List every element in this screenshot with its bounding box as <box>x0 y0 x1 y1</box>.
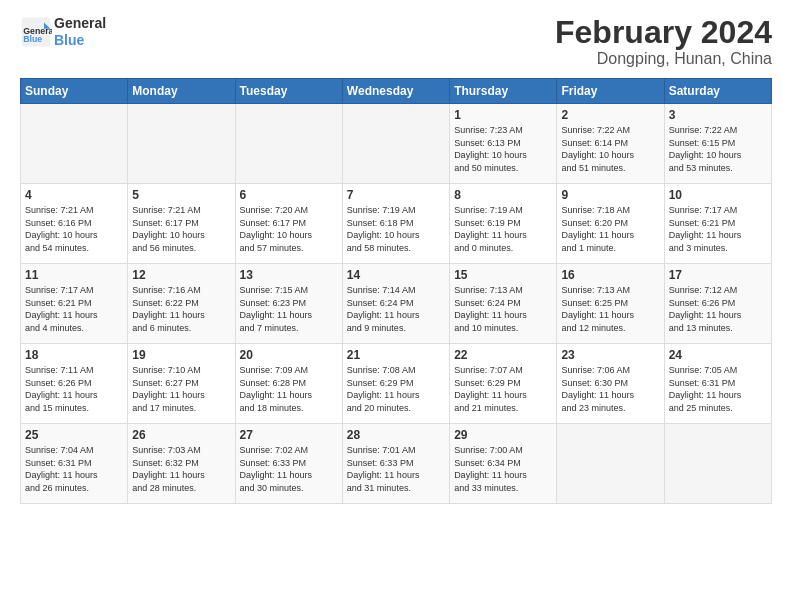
calendar-cell <box>342 104 449 184</box>
calendar-cell: 8Sunrise: 7:19 AMSunset: 6:19 PMDaylight… <box>450 184 557 264</box>
day-info: Sunrise: 7:23 AMSunset: 6:13 PMDaylight:… <box>454 124 552 174</box>
day-info: Sunrise: 7:17 AMSunset: 6:21 PMDaylight:… <box>25 284 123 334</box>
calendar-week-row: 1Sunrise: 7:23 AMSunset: 6:13 PMDaylight… <box>21 104 772 184</box>
calendar-cell: 1Sunrise: 7:23 AMSunset: 6:13 PMDaylight… <box>450 104 557 184</box>
day-info: Sunrise: 7:06 AMSunset: 6:30 PMDaylight:… <box>561 364 659 414</box>
day-number: 18 <box>25 348 123 362</box>
calendar-cell: 27Sunrise: 7:02 AMSunset: 6:33 PMDayligh… <box>235 424 342 504</box>
day-number: 24 <box>669 348 767 362</box>
day-info: Sunrise: 7:04 AMSunset: 6:31 PMDaylight:… <box>25 444 123 494</box>
day-number: 13 <box>240 268 338 282</box>
day-info: Sunrise: 7:17 AMSunset: 6:21 PMDaylight:… <box>669 204 767 254</box>
day-number: 2 <box>561 108 659 122</box>
calendar-cell: 14Sunrise: 7:14 AMSunset: 6:24 PMDayligh… <box>342 264 449 344</box>
day-number: 10 <box>669 188 767 202</box>
day-number: 6 <box>240 188 338 202</box>
calendar-cell: 20Sunrise: 7:09 AMSunset: 6:28 PMDayligh… <box>235 344 342 424</box>
day-number: 23 <box>561 348 659 362</box>
day-info: Sunrise: 7:19 AMSunset: 6:18 PMDaylight:… <box>347 204 445 254</box>
calendar-cell <box>128 104 235 184</box>
calendar-cell <box>235 104 342 184</box>
logo-blue: Blue <box>54 32 84 48</box>
day-number: 19 <box>132 348 230 362</box>
day-number: 12 <box>132 268 230 282</box>
day-info: Sunrise: 7:20 AMSunset: 6:17 PMDaylight:… <box>240 204 338 254</box>
calendar-cell: 24Sunrise: 7:05 AMSunset: 6:31 PMDayligh… <box>664 344 771 424</box>
calendar-cell: 7Sunrise: 7:19 AMSunset: 6:18 PMDaylight… <box>342 184 449 264</box>
day-info: Sunrise: 7:12 AMSunset: 6:26 PMDaylight:… <box>669 284 767 334</box>
page-container: General Blue General Blue February 2024 … <box>0 0 792 514</box>
calendar-cell: 19Sunrise: 7:10 AMSunset: 6:27 PMDayligh… <box>128 344 235 424</box>
day-info: Sunrise: 7:13 AMSunset: 6:24 PMDaylight:… <box>454 284 552 334</box>
calendar-cell: 6Sunrise: 7:20 AMSunset: 6:17 PMDaylight… <box>235 184 342 264</box>
day-info: Sunrise: 7:13 AMSunset: 6:25 PMDaylight:… <box>561 284 659 334</box>
calendar-cell: 10Sunrise: 7:17 AMSunset: 6:21 PMDayligh… <box>664 184 771 264</box>
day-info: Sunrise: 7:00 AMSunset: 6:34 PMDaylight:… <box>454 444 552 494</box>
header-saturday: Saturday <box>664 79 771 104</box>
day-info: Sunrise: 7:09 AMSunset: 6:28 PMDaylight:… <box>240 364 338 414</box>
day-info: Sunrise: 7:18 AMSunset: 6:20 PMDaylight:… <box>561 204 659 254</box>
calendar-cell: 4Sunrise: 7:21 AMSunset: 6:16 PMDaylight… <box>21 184 128 264</box>
month-year: February 2024 <box>555 15 772 50</box>
calendar-cell <box>664 424 771 504</box>
header-monday: Monday <box>128 79 235 104</box>
day-info: Sunrise: 7:14 AMSunset: 6:24 PMDaylight:… <box>347 284 445 334</box>
calendar-week-row: 11Sunrise: 7:17 AMSunset: 6:21 PMDayligh… <box>21 264 772 344</box>
logo: General Blue General Blue <box>20 15 106 49</box>
day-number: 1 <box>454 108 552 122</box>
calendar-week-row: 4Sunrise: 7:21 AMSunset: 6:16 PMDaylight… <box>21 184 772 264</box>
calendar-week-row: 25Sunrise: 7:04 AMSunset: 6:31 PMDayligh… <box>21 424 772 504</box>
header-sunday: Sunday <box>21 79 128 104</box>
day-info: Sunrise: 7:10 AMSunset: 6:27 PMDaylight:… <box>132 364 230 414</box>
day-number: 8 <box>454 188 552 202</box>
day-info: Sunrise: 7:19 AMSunset: 6:19 PMDaylight:… <box>454 204 552 254</box>
day-info: Sunrise: 7:22 AMSunset: 6:14 PMDaylight:… <box>561 124 659 174</box>
calendar-week-row: 18Sunrise: 7:11 AMSunset: 6:26 PMDayligh… <box>21 344 772 424</box>
day-number: 27 <box>240 428 338 442</box>
header-tuesday: Tuesday <box>235 79 342 104</box>
calendar-cell <box>21 104 128 184</box>
calendar-cell <box>557 424 664 504</box>
calendar-cell: 18Sunrise: 7:11 AMSunset: 6:26 PMDayligh… <box>21 344 128 424</box>
day-info: Sunrise: 7:05 AMSunset: 6:31 PMDaylight:… <box>669 364 767 414</box>
header-friday: Friday <box>557 79 664 104</box>
day-number: 16 <box>561 268 659 282</box>
day-info: Sunrise: 7:01 AMSunset: 6:33 PMDaylight:… <box>347 444 445 494</box>
day-number: 5 <box>132 188 230 202</box>
day-info: Sunrise: 7:08 AMSunset: 6:29 PMDaylight:… <box>347 364 445 414</box>
title-block: February 2024 Dongping, Hunan, China <box>555 15 772 68</box>
calendar-cell: 21Sunrise: 7:08 AMSunset: 6:29 PMDayligh… <box>342 344 449 424</box>
calendar-cell: 13Sunrise: 7:15 AMSunset: 6:23 PMDayligh… <box>235 264 342 344</box>
calendar-cell: 12Sunrise: 7:16 AMSunset: 6:22 PMDayligh… <box>128 264 235 344</box>
day-info: Sunrise: 7:16 AMSunset: 6:22 PMDaylight:… <box>132 284 230 334</box>
calendar-cell: 15Sunrise: 7:13 AMSunset: 6:24 PMDayligh… <box>450 264 557 344</box>
header-wednesday: Wednesday <box>342 79 449 104</box>
day-number: 17 <box>669 268 767 282</box>
day-number: 28 <box>347 428 445 442</box>
day-number: 22 <box>454 348 552 362</box>
calendar-cell: 2Sunrise: 7:22 AMSunset: 6:14 PMDaylight… <box>557 104 664 184</box>
day-number: 9 <box>561 188 659 202</box>
calendar-cell: 26Sunrise: 7:03 AMSunset: 6:32 PMDayligh… <box>128 424 235 504</box>
day-number: 14 <box>347 268 445 282</box>
calendar-cell: 28Sunrise: 7:01 AMSunset: 6:33 PMDayligh… <box>342 424 449 504</box>
day-info: Sunrise: 7:07 AMSunset: 6:29 PMDaylight:… <box>454 364 552 414</box>
calendar-cell: 5Sunrise: 7:21 AMSunset: 6:17 PMDaylight… <box>128 184 235 264</box>
calendar-cell: 22Sunrise: 7:07 AMSunset: 6:29 PMDayligh… <box>450 344 557 424</box>
day-number: 11 <box>25 268 123 282</box>
calendar-header-row: Sunday Monday Tuesday Wednesday Thursday… <box>21 79 772 104</box>
calendar-cell: 16Sunrise: 7:13 AMSunset: 6:25 PMDayligh… <box>557 264 664 344</box>
day-info: Sunrise: 7:15 AMSunset: 6:23 PMDaylight:… <box>240 284 338 334</box>
day-info: Sunrise: 7:21 AMSunset: 6:16 PMDaylight:… <box>25 204 123 254</box>
day-number: 29 <box>454 428 552 442</box>
calendar-cell: 3Sunrise: 7:22 AMSunset: 6:15 PMDaylight… <box>664 104 771 184</box>
header-thursday: Thursday <box>450 79 557 104</box>
day-info: Sunrise: 7:03 AMSunset: 6:32 PMDaylight:… <box>132 444 230 494</box>
calendar-cell: 25Sunrise: 7:04 AMSunset: 6:31 PMDayligh… <box>21 424 128 504</box>
day-number: 7 <box>347 188 445 202</box>
day-number: 21 <box>347 348 445 362</box>
svg-text:Blue: Blue <box>23 34 42 44</box>
location: Dongping, Hunan, China <box>555 50 772 68</box>
day-info: Sunrise: 7:02 AMSunset: 6:33 PMDaylight:… <box>240 444 338 494</box>
day-info: Sunrise: 7:11 AMSunset: 6:26 PMDaylight:… <box>25 364 123 414</box>
